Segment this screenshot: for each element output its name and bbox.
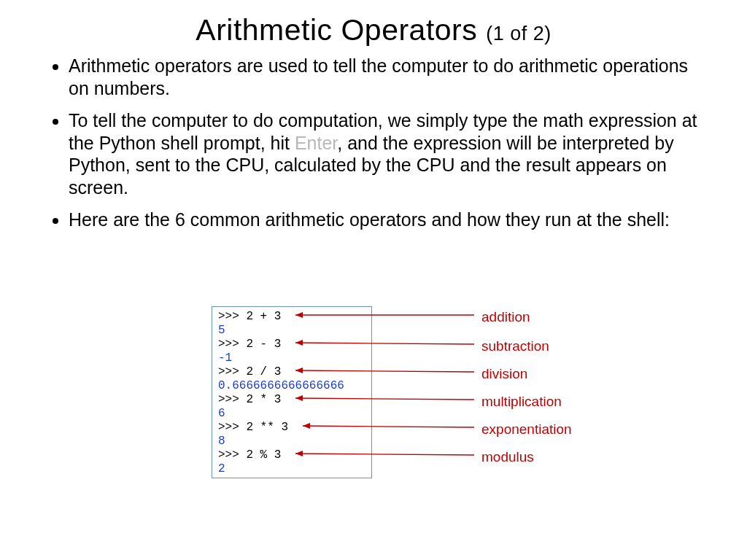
operator-label: exponentiation [481,421,572,438]
shell-input: >>> 2 % 3 [218,448,365,462]
title-main: Arithmetic Operators [196,13,486,47]
bullet-text: Arithmetic operators are used to tell th… [69,55,688,98]
bullet-text: Here are the 6 common arithmetic operato… [69,209,670,230]
operator-label: modulus [481,449,534,465]
shell-input: >>> 2 ** 3 [218,421,365,435]
bullet-text: Enter [295,133,337,153]
operator-label: addition [481,309,530,325]
shell-output: 6 [218,407,365,421]
shell-output: 0.6666666666666666 [218,379,365,393]
shell-input: >>> 2 / 3 [218,365,365,379]
shell-area: >>> 2 + 35>>> 2 - 3-1>>> 2 / 30.66666666… [212,306,372,478]
bullet-list: Arithmetic operators are used to tell th… [44,55,703,231]
shell-output: 8 [218,435,365,448]
shell-output: -1 [218,351,365,365]
slide: Arithmetic Operators (1 of 2) Arithmetic… [0,0,747,560]
shell-output: 5 [218,324,365,338]
bullet-item: To tell the computer to do computation, … [69,109,703,198]
operator-label: subtraction [481,338,549,354]
shell-output: 2 [218,462,365,476]
operator-label: multiplication [481,394,562,410]
bullet-item: Here are the 6 common arithmetic operato… [69,209,703,231]
operator-label: division [481,366,527,382]
shell-input: >>> 2 + 3 [218,310,365,324]
title-sub: (1 of 2) [486,23,551,44]
shell-input: >>> 2 - 3 [218,338,365,351]
shell-input: >>> 2 * 3 [218,393,365,407]
slide-title: Arithmetic Operators (1 of 2) [44,13,703,47]
python-shell: >>> 2 + 35>>> 2 - 3-1>>> 2 / 30.66666666… [212,306,372,478]
bullet-item: Arithmetic operators are used to tell th… [69,55,703,99]
